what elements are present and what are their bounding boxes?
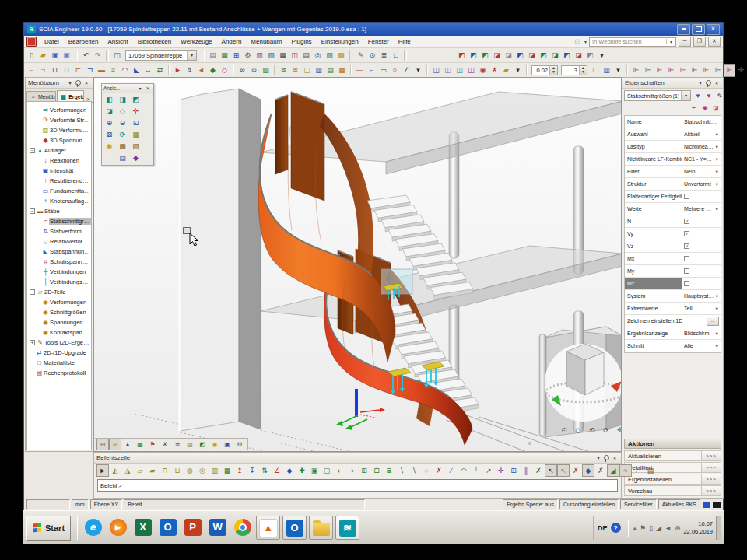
view-toggle-icon-3[interactable]: ◩	[479, 49, 491, 62]
property-value[interactable]: ✓	[682, 228, 721, 240]
invert-selection-icon[interactable]: ◇	[219, 64, 230, 77]
extend-icon[interactable]: ⊐	[84, 64, 96, 77]
zoom-select-icon[interactable]: ⊙	[366, 49, 378, 62]
view-back-icon[interactable]: ◨	[116, 94, 129, 106]
storey-filter-icon[interactable]: ▥	[313, 64, 324, 77]
copy-special-icon[interactable]: ◫	[454, 64, 465, 77]
property-ellipsis-button[interactable]: ...	[707, 317, 719, 326]
property-dropdown-icon[interactable]: ▼	[715, 306, 719, 311]
action-vorschau[interactable]: Vorschau>>>	[624, 485, 721, 496]
status-current-ucs[interactable]: Aktuelles BKS	[658, 499, 700, 509]
property-checkbox[interactable]: ✓	[684, 231, 689, 236]
view-toggle-icon-5[interactable]: ◪	[503, 49, 514, 62]
tree-item-stabspannungen[interactable]: ◣Stabspannungen	[27, 247, 91, 257]
help-search-caret-icon[interactable]: ▾	[666, 39, 675, 44]
deselect-icon[interactable]: ◄	[195, 64, 207, 77]
status-result-lock[interactable]: Ergebn.Sperre: aus	[503, 499, 558, 509]
child-restore-button[interactable]: ❒	[693, 37, 706, 47]
snap-midpoint-icon[interactable]: ∖	[408, 464, 420, 477]
printer-icon[interactable]: ▤	[300, 49, 312, 62]
tree-item-stabschnittgrößen[interactable]: ≈Stabschnittgrößen	[27, 216, 91, 226]
snap-perpendicular-icon[interactable]: ┴	[470, 464, 482, 477]
result-display-icon-3[interactable]: ⊩	[654, 64, 665, 77]
angle-tool-icon[interactable]: ∠	[271, 464, 283, 477]
clipping-box-icon[interactable]: ▢	[301, 64, 313, 77]
zoom-cube-icon[interactable]: ⊙	[558, 425, 570, 436]
tree-expand-icon[interactable]: −	[30, 148, 35, 153]
property-value[interactable]: ✓	[682, 240, 721, 252]
select-lasso-icon[interactable]: ↯	[184, 64, 195, 77]
stretch-icon[interactable]: ↔	[142, 64, 154, 77]
property-checkbox[interactable]	[684, 268, 689, 274]
snap-arc-icon[interactable]: ↗	[482, 464, 495, 477]
tree-item-stäbe[interactable]: −▬Stäbe	[27, 206, 91, 216]
shaded-icon[interactable]: ⊘	[109, 439, 121, 450]
gallery-icon[interactable]: ▩	[335, 49, 347, 62]
restore-button[interactable]	[692, 24, 705, 35]
property-row-struktur[interactable]: StrukturUnverformt▼	[625, 178, 721, 191]
dot-grid-icon[interactable]: ⊞	[507, 464, 520, 477]
eraser-icon[interactable]: ✗	[489, 64, 500, 77]
grid-tool-icon[interactable]: ⇅	[258, 464, 271, 477]
wireframe-icon[interactable]: ⊞	[96, 439, 109, 450]
property-row-my[interactable]: My	[625, 265, 721, 278]
more-caret[interactable]: ▾	[596, 49, 608, 62]
property-row-vy[interactable]: Vy✓	[625, 228, 721, 240]
named-selection-1-icon[interactable]: ≋	[278, 64, 289, 77]
table-tool-icon[interactable]: ⊟	[370, 464, 383, 477]
zoom-in-icon[interactable]: ⊕	[103, 117, 116, 129]
array-tool-icon[interactable]: ⊞	[358, 464, 370, 477]
clipboard-more-caret[interactable]: ▾	[512, 64, 524, 77]
open-project-icon[interactable]: ▰	[37, 49, 49, 62]
feedback-smiley-icon[interactable]: ☺	[573, 37, 582, 46]
property-dropdown-icon[interactable]: ▼	[715, 294, 719, 299]
send-to-icon[interactable]: ◪	[710, 102, 721, 113]
select-cursor-icon[interactable]: ►	[172, 64, 184, 77]
tree-item-2d-1d-upgrade[interactable]: ⇄2D-/1D-Upgrade	[27, 348, 91, 358]
property-dropdown-icon[interactable]: ▼	[715, 182, 719, 187]
snap-delete-icon[interactable]: ✗	[532, 464, 545, 477]
color-wheel-icon[interactable]: ◉	[700, 102, 710, 113]
menu-ansicht[interactable]: Ansicht	[103, 38, 132, 45]
command-dropdown-icon[interactable]: ▾	[594, 455, 602, 460]
layer-filter-icon[interactable]: ▤	[324, 64, 336, 77]
count-spinner[interactable]: 3 ▲▼	[561, 65, 587, 75]
property-dropdown-icon[interactable]: ▼	[715, 170, 719, 174]
view-right-icon[interactable]: ◪	[103, 106, 116, 117]
layers-icon[interactable]: ≣	[378, 49, 390, 62]
mesh-node-icon[interactable]: ▦	[221, 464, 233, 477]
result-display-icon-7[interactable]: ⊩	[700, 64, 712, 77]
light-icon[interactable]: ◉	[103, 141, 116, 152]
window-split-icon[interactable]: ◫	[111, 49, 123, 62]
property-value[interactable]: Nein▼	[682, 166, 721, 177]
property-row-plattenartiger-fertigteilb-[interactable]: Plattenartiger Fertigteilb...	[625, 191, 721, 203]
result-display-icon-9[interactable]: ⊩	[724, 64, 735, 77]
move-icon[interactable]: ⌐	[26, 64, 37, 77]
hidden-lines-icon[interactable]: ▨	[129, 141, 142, 152]
display-more-caret[interactable]: ▾	[612, 64, 624, 77]
render-mode-icon[interactable]: ▩	[116, 141, 129, 152]
tree-item-schnittgrößen[interactable]: ◉Schnittgrößen	[27, 307, 91, 317]
menu-bibliotheken[interactable]: Bibliotheken	[133, 38, 177, 45]
property-value[interactable]: Hauptsystem▼	[682, 290, 721, 302]
perspective-icon[interactable]: ◆	[129, 152, 142, 164]
property-row-schnitt[interactable]: SchnittAlle▼	[625, 340, 721, 352]
property-row-extremwerte[interactable]: ExtremwerteTeil▼	[625, 303, 721, 315]
fit-view-icon[interactable]: ✛	[614, 425, 622, 436]
tray-globe-icon[interactable]: ⊛	[675, 524, 681, 532]
property-value[interactable]: Nichtlineare L.▼	[682, 141, 721, 152]
trim-icon[interactable]: ⊏	[72, 64, 84, 77]
view-toggle-icon-1[interactable]: ◩	[456, 49, 468, 62]
filter-more-icon[interactable]: ▦	[336, 64, 348, 77]
view-toggle-icon-7[interactable]: ◪	[526, 49, 538, 62]
tree-item-relativverformung[interactable]: ▽Relativverformung	[27, 236, 91, 247]
tree-item-verformungen[interactable]: ◉Verformungen	[27, 297, 91, 307]
property-object-combo[interactable]: Stabschnittgrößen (1) ▾	[624, 90, 691, 101]
layers-icon[interactable]: ▤	[184, 439, 196, 450]
menu-ändern[interactable]: Ändern	[217, 38, 247, 45]
undo-icon[interactable]: ↶	[80, 49, 92, 62]
property-checkbox[interactable]	[684, 194, 689, 199]
property-value[interactable]: Stabschnittgr...	[682, 116, 721, 128]
axes-icon[interactable]: ▲	[121, 439, 134, 450]
taskbar-explorer-icon[interactable]	[309, 516, 333, 540]
